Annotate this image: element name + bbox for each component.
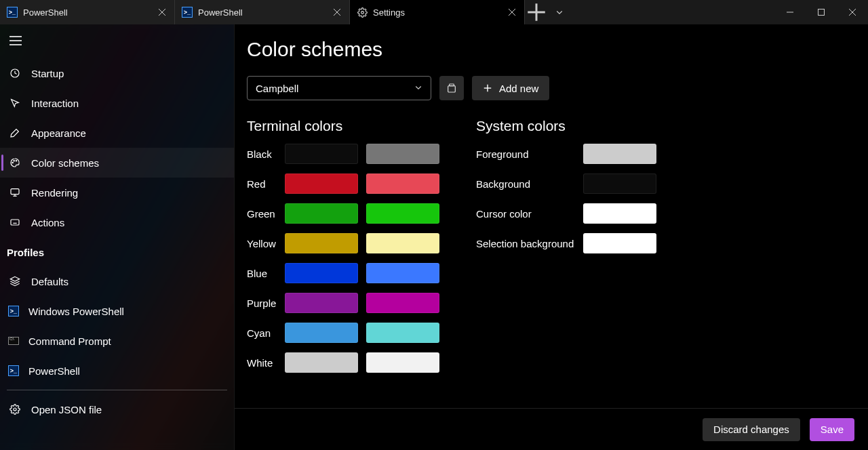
- sidebar-item-interaction[interactable]: Interaction: [0, 88, 234, 118]
- tab-settings[interactable]: Settings: [350, 0, 525, 24]
- color-label: Cyan: [247, 327, 285, 339]
- save-button[interactable]: Save: [810, 418, 854, 441]
- terminal-color-row-yellow: Yellow: [247, 233, 439, 253]
- tab-powershell[interactable]: >_PowerShell: [0, 0, 175, 24]
- sidebar-item-label: Interaction: [31, 98, 79, 109]
- profile-item-label: Command Prompt: [28, 335, 111, 347]
- svg-rect-10: [818, 9, 825, 16]
- svg-point-4: [361, 11, 363, 14]
- color-swatch-bright-red[interactable]: [366, 173, 439, 194]
- system-color-row-selection-background: Selection background: [476, 233, 656, 253]
- color-swatch-bright-cyan[interactable]: [366, 323, 439, 343]
- tab-title: Settings: [373, 7, 501, 18]
- sidebar-item-label: Appearance: [31, 127, 86, 139]
- color-swatch-background[interactable]: [583, 173, 656, 194]
- color-swatch-purple[interactable]: [285, 293, 358, 313]
- sidebar-item-label: Startup: [31, 68, 64, 79]
- powershell-icon: >_: [8, 365, 19, 376]
- terminal-color-row-blue: Blue: [247, 263, 439, 283]
- color-label: Black: [247, 148, 285, 160]
- hamburger-button[interactable]: [0, 27, 234, 54]
- color-swatch-bright-white[interactable]: [366, 352, 439, 373]
- color-swatch-foreground[interactable]: [583, 144, 656, 164]
- scheme-selected-value: Campbell: [256, 83, 298, 94]
- terminal-colors-header: Terminal colors: [247, 118, 439, 134]
- profile-item-powershell[interactable]: >_PowerShell: [0, 356, 234, 386]
- window-minimize-button[interactable]: [774, 0, 806, 24]
- color-swatch-cyan[interactable]: [285, 323, 358, 343]
- svg-rect-20: [11, 189, 19, 195]
- profile-item-windows-powershell[interactable]: >_Windows PowerShell: [0, 296, 234, 326]
- monitor-icon: [8, 187, 22, 198]
- powershell-icon: >_: [7, 7, 18, 18]
- discard-changes-button[interactable]: Discard changes: [703, 418, 800, 441]
- sidebar-item-rendering[interactable]: Rendering: [0, 178, 234, 207]
- tab-dropdown-button[interactable]: [548, 0, 571, 24]
- sidebar-item-actions[interactable]: Actions: [0, 207, 234, 237]
- terminal-color-row-black: Black: [247, 144, 439, 164]
- color-swatch-selection-background[interactable]: [583, 233, 656, 253]
- system-color-row-background: Background: [476, 173, 656, 194]
- system-colors-header: System colors: [476, 118, 656, 134]
- profile-item-defaults[interactable]: Defaults: [0, 266, 234, 296]
- settings-footer: Discard changes Save: [235, 408, 868, 450]
- color-swatch-yellow[interactable]: [285, 233, 358, 253]
- color-swatch-bright-blue[interactable]: [366, 263, 439, 283]
- sidebar-item-startup[interactable]: Startup: [0, 58, 234, 88]
- color-label: Red: [247, 178, 285, 190]
- open-json-label: Open JSON file: [31, 404, 102, 415]
- tab-title: PowerShell: [23, 7, 151, 18]
- command-prompt-icon: [8, 337, 19, 345]
- open-json-file[interactable]: Open JSON file: [0, 394, 234, 424]
- powershell-icon: >_: [8, 306, 19, 316]
- color-label: Purple: [247, 298, 285, 309]
- new-tab-button[interactable]: [525, 0, 548, 24]
- color-swatch-bright-black[interactable]: [366, 144, 439, 164]
- svg-point-19: [16, 161, 16, 161]
- rename-scheme-button[interactable]: [439, 76, 464, 100]
- plus-icon: [483, 83, 492, 93]
- add-new-scheme-button[interactable]: Add new: [472, 76, 549, 100]
- color-swatch-green[interactable]: [285, 203, 358, 224]
- svg-rect-31: [448, 86, 456, 92]
- sidebar-item-appearance[interactable]: Appearance: [0, 118, 234, 148]
- svg-point-18: [14, 161, 14, 161]
- page-title: Color schemes: [247, 38, 849, 61]
- color-swatch-bright-yellow[interactable]: [366, 233, 439, 253]
- terminal-color-row-cyan: Cyan: [247, 323, 439, 343]
- color-swatch-cursor-color[interactable]: [583, 203, 656, 224]
- color-scheme-select[interactable]: Campbell: [247, 76, 431, 100]
- terminal-color-row-green: Green: [247, 203, 439, 224]
- add-new-label: Add new: [499, 83, 538, 94]
- close-icon[interactable]: [507, 7, 517, 18]
- color-swatch-blue[interactable]: [285, 263, 358, 283]
- sidebar-item-color-schemes[interactable]: Color schemes: [0, 148, 234, 178]
- sidebar-item-label: Actions: [31, 217, 64, 228]
- color-label: Cursor color: [476, 208, 583, 220]
- sidebar-item-label: Rendering: [31, 187, 78, 199]
- close-icon[interactable]: [157, 7, 167, 18]
- system-color-row-foreground: Foreground: [476, 144, 656, 164]
- tab-powershell[interactable]: >_PowerShell: [175, 0, 350, 24]
- close-icon[interactable]: [332, 7, 342, 18]
- gear-icon: [357, 7, 368, 18]
- profile-item-label: PowerShell: [28, 365, 80, 377]
- svg-point-29: [14, 408, 16, 411]
- color-swatch-bright-green[interactable]: [366, 203, 439, 224]
- profile-item-command-prompt[interactable]: Command Prompt: [0, 326, 234, 356]
- sidebar-divider: [7, 390, 227, 390]
- gear-icon: [8, 404, 22, 415]
- palette-icon: [8, 157, 22, 168]
- layers-icon: [8, 276, 22, 287]
- window-close-button[interactable]: [837, 0, 868, 24]
- color-swatch-white[interactable]: [285, 352, 358, 373]
- color-swatch-bright-purple[interactable]: [366, 293, 439, 313]
- chevron-down-icon: [414, 83, 422, 94]
- color-swatch-red[interactable]: [285, 173, 358, 194]
- color-label: Blue: [247, 268, 285, 279]
- profile-item-label: Defaults: [31, 276, 68, 287]
- svg-marker-28: [10, 277, 19, 281]
- window-maximize-button[interactable]: [806, 0, 837, 24]
- profile-item-label: Windows PowerShell: [28, 306, 124, 317]
- color-swatch-black[interactable]: [285, 144, 358, 164]
